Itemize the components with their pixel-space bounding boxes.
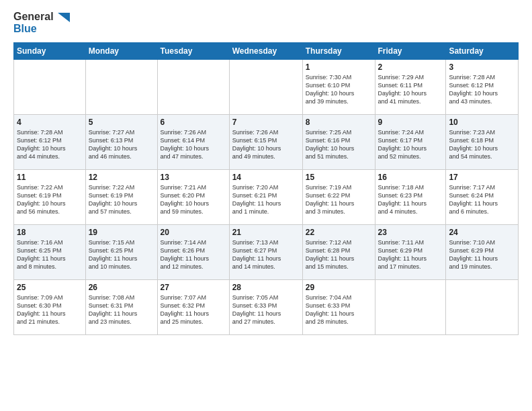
day-number: 7 [232,118,300,127]
calendar-cell: 20Sunrise: 7:14 AM Sunset: 6:26 PM Dayli… [157,224,229,279]
day-info: Sunrise: 7:10 AM Sunset: 6:29 PM Dayligh… [449,238,515,271]
day-number: 18 [17,228,83,237]
day-info: Sunrise: 7:14 AM Sunset: 6:26 PM Dayligh… [161,238,226,271]
weekday-header-monday: Monday [85,42,157,59]
day-number: 19 [89,228,154,237]
day-number: 9 [378,118,443,127]
day-info: Sunrise: 7:04 AM Sunset: 6:33 PM Dayligh… [306,293,372,326]
weekday-header-row: SundayMondayTuesdayWednesdayThursdayFrid… [14,42,519,59]
header: General Blue [13,11,519,36]
calendar-cell [229,59,302,114]
calendar-cell: 13Sunrise: 7:21 AM Sunset: 6:20 PM Dayli… [157,169,229,224]
weekday-header-friday: Friday [375,42,446,59]
day-info: Sunrise: 7:11 AM Sunset: 6:29 PM Dayligh… [378,238,443,271]
calendar: SundayMondayTuesdayWednesdayThursdayFrid… [13,42,519,335]
calendar-cell: 24Sunrise: 7:10 AM Sunset: 6:29 PM Dayli… [446,224,519,279]
day-info: Sunrise: 7:19 AM Sunset: 6:22 PM Dayligh… [306,183,372,216]
weekday-header-tuesday: Tuesday [157,42,229,59]
calendar-cell: 28Sunrise: 7:05 AM Sunset: 6:33 PM Dayli… [229,279,302,334]
day-info: Sunrise: 7:25 AM Sunset: 6:16 PM Dayligh… [306,128,372,161]
day-info: Sunrise: 7:18 AM Sunset: 6:23 PM Dayligh… [378,183,443,216]
calendar-cell [14,59,86,114]
calendar-cell: 19Sunrise: 7:15 AM Sunset: 6:25 PM Dayli… [85,224,157,279]
calendar-cell: 27Sunrise: 7:07 AM Sunset: 6:32 PM Dayli… [157,279,229,334]
day-info: Sunrise: 7:16 AM Sunset: 6:25 PM Dayligh… [17,238,83,271]
day-number: 27 [161,283,226,292]
calendar-cell [85,59,157,114]
day-info: Sunrise: 7:22 AM Sunset: 6:19 PM Dayligh… [89,183,154,216]
calendar-cell: 10Sunrise: 7:23 AM Sunset: 6:18 PM Dayli… [446,114,519,169]
day-number: 1 [306,62,372,72]
day-info: Sunrise: 7:15 AM Sunset: 6:25 PM Dayligh… [89,238,154,271]
logo: General Blue [13,11,70,36]
weekday-header-saturday: Saturday [446,42,519,59]
logo-arrow-icon [58,13,70,22]
day-info: Sunrise: 7:09 AM Sunset: 6:30 PM Dayligh… [17,293,83,326]
calendar-cell: 1Sunrise: 7:30 AM Sunset: 6:10 PM Daylig… [302,59,375,114]
day-number: 20 [161,228,226,237]
day-number: 4 [17,118,83,127]
day-number: 24 [449,228,515,237]
day-info: Sunrise: 7:29 AM Sunset: 6:11 PM Dayligh… [378,73,443,106]
day-number: 12 [89,173,154,182]
calendar-cell: 16Sunrise: 7:18 AM Sunset: 6:23 PM Dayli… [375,169,446,224]
calendar-cell: 8Sunrise: 7:25 AM Sunset: 6:16 PM Daylig… [302,114,375,169]
calendar-cell: 17Sunrise: 7:17 AM Sunset: 6:24 PM Dayli… [446,169,519,224]
day-info: Sunrise: 7:21 AM Sunset: 6:20 PM Dayligh… [161,183,226,216]
calendar-cell: 25Sunrise: 7:09 AM Sunset: 6:30 PM Dayli… [14,279,86,334]
day-info: Sunrise: 7:05 AM Sunset: 6:33 PM Dayligh… [232,293,300,326]
calendar-cell: 23Sunrise: 7:11 AM Sunset: 6:29 PM Dayli… [375,224,446,279]
day-number: 21 [232,228,300,237]
day-info: Sunrise: 7:26 AM Sunset: 6:14 PM Dayligh… [161,128,226,161]
svg-marker-0 [58,13,70,22]
day-number: 13 [161,173,226,182]
day-number: 14 [232,173,300,182]
day-number: 11 [17,173,83,182]
day-info: Sunrise: 7:22 AM Sunset: 6:19 PM Dayligh… [17,183,83,216]
calendar-cell: 15Sunrise: 7:19 AM Sunset: 6:22 PM Dayli… [302,169,375,224]
calendar-cell: 18Sunrise: 7:16 AM Sunset: 6:25 PM Dayli… [14,224,86,279]
week-row-2: 4Sunrise: 7:28 AM Sunset: 6:12 PM Daylig… [14,114,519,169]
day-number: 15 [306,173,372,182]
calendar-cell: 22Sunrise: 7:12 AM Sunset: 6:28 PM Dayli… [302,224,375,279]
day-number: 8 [306,118,372,127]
calendar-cell: 6Sunrise: 7:26 AM Sunset: 6:14 PM Daylig… [157,114,229,169]
logo-general: General [13,11,70,23]
day-number: 25 [17,283,83,292]
day-info: Sunrise: 7:26 AM Sunset: 6:15 PM Dayligh… [232,128,300,161]
day-info: Sunrise: 7:28 AM Sunset: 6:12 PM Dayligh… [449,73,515,106]
day-number: 6 [161,118,226,127]
calendar-cell: 29Sunrise: 7:04 AM Sunset: 6:33 PM Dayli… [302,279,375,334]
day-info: Sunrise: 7:07 AM Sunset: 6:32 PM Dayligh… [161,293,226,326]
calendar-cell: 26Sunrise: 7:08 AM Sunset: 6:31 PM Dayli… [85,279,157,334]
week-row-4: 18Sunrise: 7:16 AM Sunset: 6:25 PM Dayli… [14,224,519,279]
day-info: Sunrise: 7:12 AM Sunset: 6:28 PM Dayligh… [306,238,372,271]
day-info: Sunrise: 7:08 AM Sunset: 6:31 PM Dayligh… [89,293,154,326]
day-number: 23 [378,228,443,237]
day-number: 17 [449,173,515,182]
day-number: 29 [306,283,372,292]
day-info: Sunrise: 7:23 AM Sunset: 6:18 PM Dayligh… [449,128,515,161]
day-number: 16 [378,173,443,182]
day-info: Sunrise: 7:20 AM Sunset: 6:21 PM Dayligh… [232,183,300,216]
calendar-cell: 7Sunrise: 7:26 AM Sunset: 6:15 PM Daylig… [229,114,302,169]
day-number: 2 [378,62,443,72]
day-number: 22 [306,228,372,237]
calendar-cell: 2Sunrise: 7:29 AM Sunset: 6:11 PM Daylig… [375,59,446,114]
day-info: Sunrise: 7:27 AM Sunset: 6:13 PM Dayligh… [89,128,154,161]
day-info: Sunrise: 7:28 AM Sunset: 6:12 PM Dayligh… [17,128,83,161]
day-info: Sunrise: 7:13 AM Sunset: 6:27 PM Dayligh… [232,238,300,271]
calendar-cell: 9Sunrise: 7:24 AM Sunset: 6:17 PM Daylig… [375,114,446,169]
weekday-header-thursday: Thursday [302,42,375,59]
calendar-cell: 5Sunrise: 7:27 AM Sunset: 6:13 PM Daylig… [85,114,157,169]
calendar-cell: 3Sunrise: 7:28 AM Sunset: 6:12 PM Daylig… [446,59,519,114]
week-row-3: 11Sunrise: 7:22 AM Sunset: 6:19 PM Dayli… [14,169,519,224]
day-number: 28 [232,283,300,292]
day-info: Sunrise: 7:30 AM Sunset: 6:10 PM Dayligh… [306,73,372,106]
calendar-cell [375,279,446,334]
day-info: Sunrise: 7:17 AM Sunset: 6:24 PM Dayligh… [449,183,515,216]
day-number: 26 [89,283,154,292]
calendar-cell: 11Sunrise: 7:22 AM Sunset: 6:19 PM Dayli… [14,169,86,224]
calendar-cell: 12Sunrise: 7:22 AM Sunset: 6:19 PM Dayli… [85,169,157,224]
day-info: Sunrise: 7:24 AM Sunset: 6:17 PM Dayligh… [378,128,443,161]
